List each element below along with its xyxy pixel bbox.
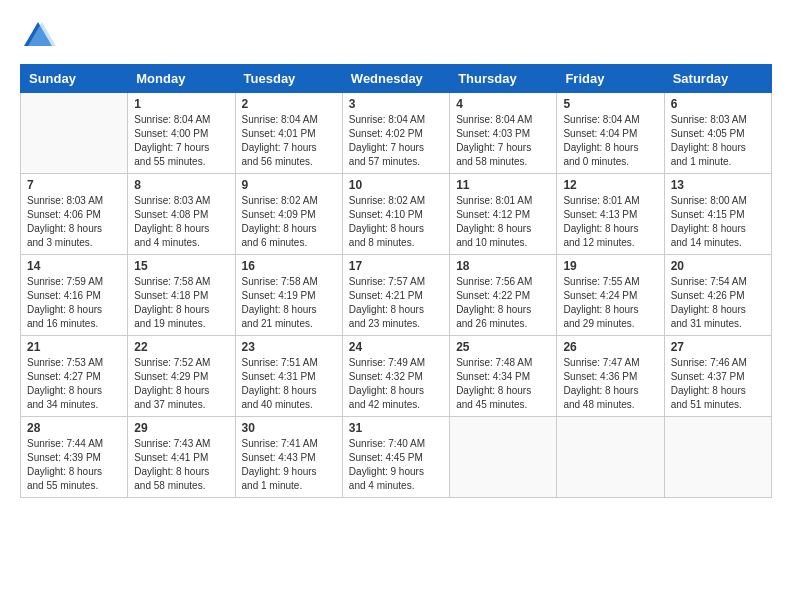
day-number: 23 [242, 340, 336, 354]
day-number: 10 [349, 178, 443, 192]
calendar-cell: 8Sunrise: 8:03 AMSunset: 4:08 PMDaylight… [128, 174, 235, 255]
day-number: 24 [349, 340, 443, 354]
day-info: Sunrise: 8:04 AMSunset: 4:01 PMDaylight:… [242, 113, 336, 169]
day-info: Sunrise: 8:01 AMSunset: 4:12 PMDaylight:… [456, 194, 550, 250]
day-header-saturday: Saturday [664, 65, 771, 93]
day-number: 31 [349, 421, 443, 435]
day-number: 8 [134, 178, 228, 192]
day-info: Sunrise: 8:03 AMSunset: 4:06 PMDaylight:… [27, 194, 121, 250]
calendar-cell: 5Sunrise: 8:04 AMSunset: 4:04 PMDaylight… [557, 93, 664, 174]
day-number: 2 [242, 97, 336, 111]
calendar-cell: 9Sunrise: 8:02 AMSunset: 4:09 PMDaylight… [235, 174, 342, 255]
day-info: Sunrise: 7:48 AMSunset: 4:34 PMDaylight:… [456, 356, 550, 412]
day-number: 16 [242, 259, 336, 273]
day-info: Sunrise: 8:04 AMSunset: 4:02 PMDaylight:… [349, 113, 443, 169]
day-number: 20 [671, 259, 765, 273]
calendar-table: SundayMondayTuesdayWednesdayThursdayFrid… [20, 64, 772, 498]
day-info: Sunrise: 8:04 AMSunset: 4:00 PMDaylight:… [134, 113, 228, 169]
calendar-cell: 7Sunrise: 8:03 AMSunset: 4:06 PMDaylight… [21, 174, 128, 255]
day-number: 29 [134, 421, 228, 435]
day-number: 18 [456, 259, 550, 273]
calendar-cell: 31Sunrise: 7:40 AMSunset: 4:45 PMDayligh… [342, 417, 449, 498]
day-number: 11 [456, 178, 550, 192]
day-number: 30 [242, 421, 336, 435]
day-info: Sunrise: 8:02 AMSunset: 4:09 PMDaylight:… [242, 194, 336, 250]
calendar-cell: 16Sunrise: 7:58 AMSunset: 4:19 PMDayligh… [235, 255, 342, 336]
day-number: 5 [563, 97, 657, 111]
calendar-cell: 4Sunrise: 8:04 AMSunset: 4:03 PMDaylight… [450, 93, 557, 174]
day-number: 26 [563, 340, 657, 354]
calendar-header-row: SundayMondayTuesdayWednesdayThursdayFrid… [21, 65, 772, 93]
calendar-cell: 18Sunrise: 7:56 AMSunset: 4:22 PMDayligh… [450, 255, 557, 336]
day-info: Sunrise: 7:58 AMSunset: 4:19 PMDaylight:… [242, 275, 336, 331]
calendar-cell: 12Sunrise: 8:01 AMSunset: 4:13 PMDayligh… [557, 174, 664, 255]
day-info: Sunrise: 7:57 AMSunset: 4:21 PMDaylight:… [349, 275, 443, 331]
day-header-thursday: Thursday [450, 65, 557, 93]
day-info: Sunrise: 7:49 AMSunset: 4:32 PMDaylight:… [349, 356, 443, 412]
calendar-cell: 23Sunrise: 7:51 AMSunset: 4:31 PMDayligh… [235, 336, 342, 417]
day-number: 12 [563, 178, 657, 192]
day-number: 22 [134, 340, 228, 354]
calendar-cell: 20Sunrise: 7:54 AMSunset: 4:26 PMDayligh… [664, 255, 771, 336]
day-info: Sunrise: 7:55 AMSunset: 4:24 PMDaylight:… [563, 275, 657, 331]
calendar-cell [21, 93, 128, 174]
day-info: Sunrise: 8:04 AMSunset: 4:04 PMDaylight:… [563, 113, 657, 169]
day-info: Sunrise: 7:54 AMSunset: 4:26 PMDaylight:… [671, 275, 765, 331]
day-info: Sunrise: 8:00 AMSunset: 4:15 PMDaylight:… [671, 194, 765, 250]
day-info: Sunrise: 7:43 AMSunset: 4:41 PMDaylight:… [134, 437, 228, 493]
day-info: Sunrise: 8:04 AMSunset: 4:03 PMDaylight:… [456, 113, 550, 169]
calendar-cell: 25Sunrise: 7:48 AMSunset: 4:34 PMDayligh… [450, 336, 557, 417]
calendar-cell: 17Sunrise: 7:57 AMSunset: 4:21 PMDayligh… [342, 255, 449, 336]
day-info: Sunrise: 7:59 AMSunset: 4:16 PMDaylight:… [27, 275, 121, 331]
day-info: Sunrise: 8:03 AMSunset: 4:05 PMDaylight:… [671, 113, 765, 169]
header [20, 18, 772, 54]
day-info: Sunrise: 7:56 AMSunset: 4:22 PMDaylight:… [456, 275, 550, 331]
day-number: 21 [27, 340, 121, 354]
day-info: Sunrise: 7:40 AMSunset: 4:45 PMDaylight:… [349, 437, 443, 493]
logo [20, 18, 60, 54]
calendar-cell: 22Sunrise: 7:52 AMSunset: 4:29 PMDayligh… [128, 336, 235, 417]
page: SundayMondayTuesdayWednesdayThursdayFrid… [0, 0, 792, 508]
calendar-cell: 14Sunrise: 7:59 AMSunset: 4:16 PMDayligh… [21, 255, 128, 336]
day-number: 3 [349, 97, 443, 111]
calendar-cell: 2Sunrise: 8:04 AMSunset: 4:01 PMDaylight… [235, 93, 342, 174]
calendar-cell: 21Sunrise: 7:53 AMSunset: 4:27 PMDayligh… [21, 336, 128, 417]
day-info: Sunrise: 7:41 AMSunset: 4:43 PMDaylight:… [242, 437, 336, 493]
day-info: Sunrise: 7:53 AMSunset: 4:27 PMDaylight:… [27, 356, 121, 412]
day-info: Sunrise: 7:47 AMSunset: 4:36 PMDaylight:… [563, 356, 657, 412]
calendar-cell [664, 417, 771, 498]
day-number: 6 [671, 97, 765, 111]
calendar-cell: 15Sunrise: 7:58 AMSunset: 4:18 PMDayligh… [128, 255, 235, 336]
day-info: Sunrise: 7:52 AMSunset: 4:29 PMDaylight:… [134, 356, 228, 412]
day-number: 9 [242, 178, 336, 192]
calendar-cell: 29Sunrise: 7:43 AMSunset: 4:41 PMDayligh… [128, 417, 235, 498]
day-info: Sunrise: 7:44 AMSunset: 4:39 PMDaylight:… [27, 437, 121, 493]
calendar-cell: 13Sunrise: 8:00 AMSunset: 4:15 PMDayligh… [664, 174, 771, 255]
day-header-sunday: Sunday [21, 65, 128, 93]
logo-icon [20, 18, 56, 54]
calendar-cell: 28Sunrise: 7:44 AMSunset: 4:39 PMDayligh… [21, 417, 128, 498]
day-number: 28 [27, 421, 121, 435]
calendar-week-row: 21Sunrise: 7:53 AMSunset: 4:27 PMDayligh… [21, 336, 772, 417]
day-header-wednesday: Wednesday [342, 65, 449, 93]
calendar-week-row: 7Sunrise: 8:03 AMSunset: 4:06 PMDaylight… [21, 174, 772, 255]
calendar-cell: 1Sunrise: 8:04 AMSunset: 4:00 PMDaylight… [128, 93, 235, 174]
day-number: 14 [27, 259, 121, 273]
day-info: Sunrise: 8:01 AMSunset: 4:13 PMDaylight:… [563, 194, 657, 250]
day-info: Sunrise: 8:03 AMSunset: 4:08 PMDaylight:… [134, 194, 228, 250]
calendar-cell: 11Sunrise: 8:01 AMSunset: 4:12 PMDayligh… [450, 174, 557, 255]
day-number: 19 [563, 259, 657, 273]
day-number: 1 [134, 97, 228, 111]
day-info: Sunrise: 7:46 AMSunset: 4:37 PMDaylight:… [671, 356, 765, 412]
day-number: 17 [349, 259, 443, 273]
calendar-cell: 6Sunrise: 8:03 AMSunset: 4:05 PMDaylight… [664, 93, 771, 174]
calendar-cell: 27Sunrise: 7:46 AMSunset: 4:37 PMDayligh… [664, 336, 771, 417]
day-info: Sunrise: 8:02 AMSunset: 4:10 PMDaylight:… [349, 194, 443, 250]
calendar-cell [450, 417, 557, 498]
calendar-cell: 19Sunrise: 7:55 AMSunset: 4:24 PMDayligh… [557, 255, 664, 336]
day-info: Sunrise: 7:58 AMSunset: 4:18 PMDaylight:… [134, 275, 228, 331]
calendar-week-row: 14Sunrise: 7:59 AMSunset: 4:16 PMDayligh… [21, 255, 772, 336]
calendar-cell [557, 417, 664, 498]
day-header-monday: Monday [128, 65, 235, 93]
day-number: 27 [671, 340, 765, 354]
